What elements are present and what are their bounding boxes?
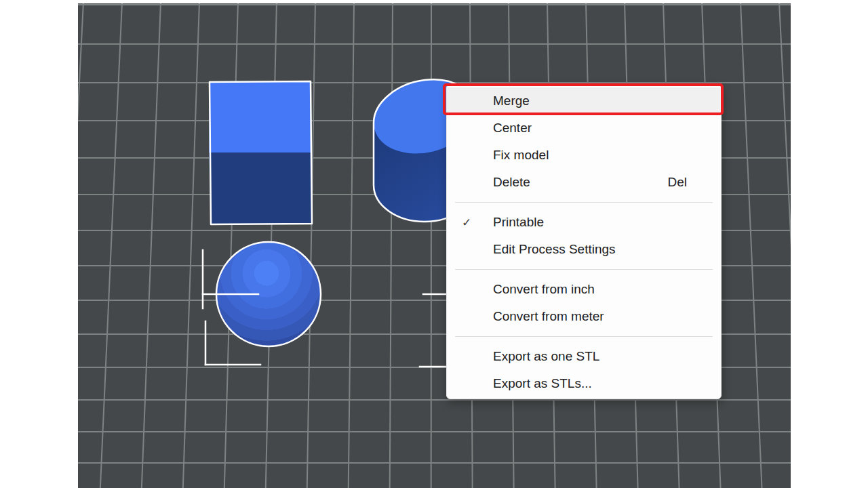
cube-front-face bbox=[209, 152, 312, 224]
menu-item-label: Delete bbox=[493, 175, 530, 190]
menu-item-label: Export as one STL bbox=[493, 349, 599, 364]
merge-highlight-annotation bbox=[443, 83, 724, 115]
menu-separator bbox=[455, 269, 713, 270]
menu-item-fix-model[interactable]: Fix model bbox=[447, 142, 721, 169]
menu-item-edit-process-settings[interactable]: Edit Process Settings bbox=[447, 236, 721, 263]
menu-item-label: Edit Process Settings bbox=[493, 242, 616, 257]
cube-top-face bbox=[209, 81, 311, 152]
menu-item-convert-from-inch[interactable]: Convert from inch bbox=[447, 276, 721, 303]
menu-item-label: Convert from inch bbox=[493, 282, 595, 297]
checkmark-icon: ✓ bbox=[447, 216, 493, 230]
slicer-screenshot: { "scene": { "plate_color": "#45484a", "… bbox=[0, 0, 868, 488]
menu-item-shortcut: Del bbox=[667, 175, 721, 190]
menu-item-label: Fix model bbox=[493, 148, 549, 163]
menu-item-printable[interactable]: ✓ Printable bbox=[447, 209, 721, 236]
menu-item-merge[interactable]: Merge bbox=[447, 87, 721, 115]
cube-model[interactable] bbox=[209, 81, 312, 224]
menu-item-center[interactable]: Center bbox=[447, 115, 721, 142]
menu-separator bbox=[455, 336, 713, 337]
menu-item-delete[interactable]: Delete Del bbox=[447, 169, 721, 196]
menu-item-label: Merge bbox=[493, 94, 530, 108]
menu-item-label: Convert from meter bbox=[493, 309, 604, 324]
menu-item-label: Export as STLs... bbox=[493, 376, 592, 391]
menu-item-label: Printable bbox=[493, 215, 544, 230]
menu-item-export-as-one-stl[interactable]: Export as one STL bbox=[447, 343, 721, 370]
context-menu: Merge Center Fix model Delete Del ✓ Prin… bbox=[446, 84, 722, 399]
menu-item-convert-from-meter[interactable]: Convert from meter bbox=[447, 303, 721, 330]
menu-item-export-as-stls[interactable]: Export as STLs... bbox=[447, 370, 721, 397]
menu-item-label: Center bbox=[493, 121, 532, 136]
menu-separator bbox=[455, 202, 713, 203]
